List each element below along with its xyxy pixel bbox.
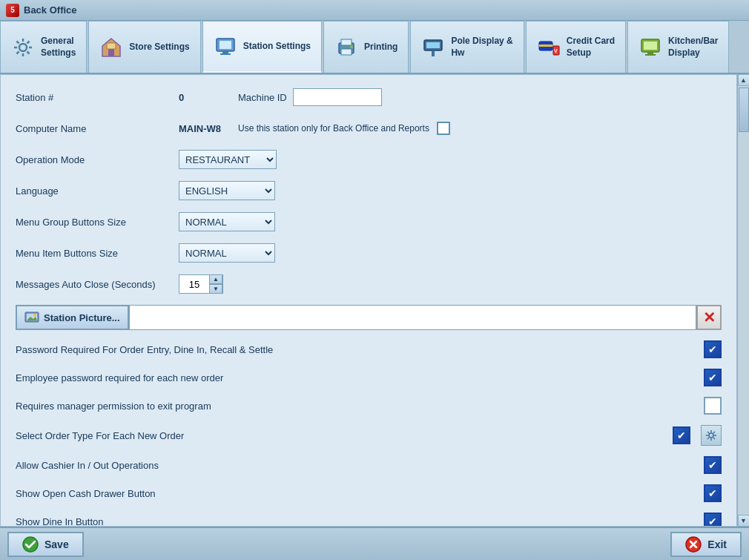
- svg-rect-24: [539, 45, 552, 47]
- checkbox-label-dine-in: Show Dine In Button: [16, 516, 696, 527]
- checkbox-row-mgr-perm: Requires manager permission to exit prog…: [16, 397, 722, 415]
- operation-mode-label: Operation Mode: [16, 154, 179, 165]
- language-select[interactable]: ENGLISH SPANISH FRENCH: [179, 181, 275, 200]
- scroll-down-btn[interactable]: ▼: [738, 515, 750, 527]
- printing-icon: [334, 36, 358, 59]
- tab-printing[interactable]: Printing: [323, 21, 409, 73]
- tab-station-settings[interactable]: Station Settings: [202, 21, 322, 73]
- tab-station-settings-label: Station Settings: [243, 41, 311, 53]
- back-office-only-checkbox[interactable]: [437, 122, 450, 135]
- checkbox-label-open-drawer: Show Open Cash Drawer Button: [16, 488, 696, 499]
- order-type-settings-btn[interactable]: [701, 425, 722, 446]
- checkbox-row-emp-pwd: Employee password required for each new …: [16, 369, 722, 386]
- tab-kitchen-bar-label: Kitchen/BarDisplay: [668, 36, 718, 59]
- messages-auto-close-spinner: ▲ ▼: [179, 274, 223, 294]
- machine-id-label: Machine ID: [238, 92, 287, 103]
- bottom-bar: Save Exit: [0, 527, 749, 560]
- scroll-thumb[interactable]: [739, 88, 749, 132]
- scrollbar[interactable]: ▲ ▼: [737, 74, 749, 527]
- title-bar-text: Back Office: [24, 4, 77, 16]
- tab-credit-card-label: Credit CardSetup: [567, 36, 615, 59]
- checkbox-dine-in[interactable]: ✔: [704, 513, 722, 527]
- checkbox-emp-pwd[interactable]: ✔: [704, 369, 722, 386]
- svg-rect-22: [432, 50, 435, 56]
- tab-pole-display-label: Pole Display &Hw: [451, 36, 512, 59]
- order-type-settings-icon: [705, 429, 718, 442]
- checkbox-row-cashier-ops: Allow Cashier In / Out Operations ✔: [16, 456, 722, 474]
- spinner-up-btn[interactable]: ▲: [209, 274, 222, 284]
- tab-general-settings-label: GeneralSettings: [41, 36, 76, 59]
- exit-label: Exit: [707, 538, 727, 550]
- tab-credit-card[interactable]: V Credit CardSetup: [526, 21, 626, 73]
- credit-card-icon: V: [537, 36, 561, 59]
- spinner-down-btn[interactable]: ▼: [209, 284, 222, 294]
- tab-general-settings[interactable]: GeneralSettings: [0, 21, 87, 73]
- checkbox-row-open-drawer: Show Open Cash Drawer Button ✔: [16, 484, 722, 502]
- kitchen-bar-icon: [639, 36, 662, 59]
- checkbox-cashier-ops[interactable]: ✔: [704, 456, 722, 474]
- messages-auto-close-input[interactable]: [179, 275, 209, 293]
- svg-point-35: [709, 433, 713, 438]
- station-picture-path-input[interactable]: [129, 305, 696, 330]
- menu-group-row: Menu Group Buttons Size NORMAL LARGE SMA…: [16, 211, 722, 232]
- checkbox-row-pwd-order: Password Required For Order Entry, Dine …: [16, 340, 722, 358]
- menu-group-label: Menu Group Buttons Size: [16, 217, 179, 228]
- station-picture-label: Station Picture...: [44, 312, 120, 323]
- svg-rect-11: [107, 43, 116, 49]
- save-button[interactable]: Save: [7, 532, 84, 557]
- svg-rect-15: [220, 53, 231, 55]
- svg-line-42: [713, 432, 715, 433]
- tab-bar: GeneralSettings Store Settings Station S…: [0, 21, 749, 74]
- svg-line-40: [707, 432, 709, 433]
- svg-rect-14: [222, 51, 228, 53]
- computer-name-label: Computer Name: [16, 123, 179, 134]
- general-settings-icon: [11, 36, 35, 59]
- station-settings-icon: [214, 35, 237, 59]
- svg-rect-28: [644, 42, 657, 50]
- tab-kitchen-bar[interactable]: Kitchen/BarDisplay: [627, 21, 729, 73]
- svg-line-6: [27, 51, 30, 53]
- title-bar: 5 Back Office: [0, 0, 749, 21]
- app-icon: 5: [6, 4, 19, 17]
- checkbox-label-pwd-order: Password Required For Order Entry, Dine …: [16, 344, 696, 355]
- exit-button[interactable]: Exit: [670, 532, 742, 557]
- machine-id-input[interactable]: [293, 88, 382, 106]
- checkbox-order-type[interactable]: ✔: [673, 426, 690, 444]
- menu-item-select[interactable]: NORMAL LARGE SMALL: [179, 243, 275, 263]
- messages-auto-close-label: Messages Auto Close (Seconds): [16, 279, 179, 290]
- station-picture-button[interactable]: Station Picture...: [16, 305, 129, 330]
- svg-rect-10: [108, 49, 114, 56]
- svg-line-41: [713, 438, 715, 439]
- station-picture-btn-icon: [24, 310, 39, 325]
- pole-display-icon: [421, 36, 445, 59]
- svg-line-7: [27, 41, 30, 43]
- save-label: Save: [44, 538, 69, 550]
- messages-auto-close-row: Messages Auto Close (Seconds) ▲ ▼: [16, 274, 722, 294]
- tab-store-settings[interactable]: Store Settings: [88, 21, 200, 73]
- station-picture-row: Station Picture... ✕: [16, 305, 722, 330]
- svg-rect-29: [647, 52, 653, 54]
- checkbox-row-dine-in: Show Dine In Button ✔: [16, 513, 722, 527]
- clear-icon: ✕: [703, 310, 716, 325]
- checkbox-mgr-perm[interactable]: [704, 397, 722, 415]
- svg-point-0: [19, 44, 27, 51]
- menu-group-select[interactable]: NORMAL LARGE SMALL: [179, 212, 275, 231]
- checkbox-open-drawer[interactable]: ✔: [704, 484, 722, 502]
- checkbox-pwd-order[interactable]: ✔: [704, 340, 722, 358]
- checkbox-label-emp-pwd: Employee password required for each new …: [16, 372, 696, 383]
- spinner-buttons: ▲ ▼: [209, 274, 222, 294]
- tab-pole-display[interactable]: Pole Display &Hw: [410, 21, 524, 73]
- svg-rect-21: [426, 42, 440, 48]
- station-num-label: Station #: [16, 92, 179, 103]
- language-row: Language ENGLISH SPANISH FRENCH: [16, 180, 722, 201]
- svg-point-19: [350, 45, 353, 48]
- svg-line-8: [17, 51, 19, 53]
- scroll-up-btn[interactable]: ▲: [738, 74, 750, 86]
- svg-rect-17: [341, 39, 352, 45]
- menu-item-row: Menu Item Buttons Size NORMAL LARGE SMAL…: [16, 243, 722, 263]
- store-settings-icon: [99, 36, 123, 59]
- station-picture-clear-btn[interactable]: ✕: [696, 305, 722, 330]
- operation-mode-select[interactable]: RESTAURANT RETAIL BAR QUICK SERVICE: [179, 150, 277, 169]
- svg-rect-18: [341, 49, 352, 55]
- tab-printing-label: Printing: [364, 42, 397, 53]
